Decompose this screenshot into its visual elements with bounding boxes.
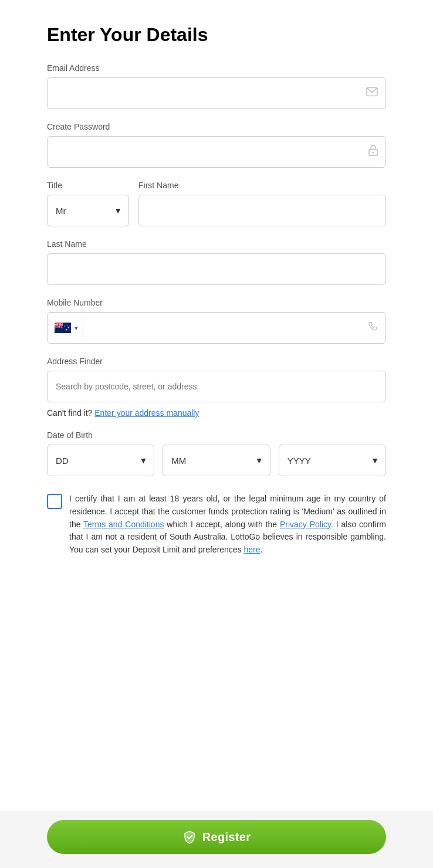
country-chevron-down-icon: ▾ xyxy=(75,324,78,332)
privacy-policy-link[interactable]: Privacy Policy xyxy=(280,520,331,529)
firstname-label: First Name xyxy=(138,181,386,190)
title-firstname-group: Title Mr Mrs Ms Miss Dr Prof ▼ First Nam… xyxy=(47,181,386,226)
address-label: Address Finder xyxy=(47,357,386,366)
phone-icon xyxy=(368,322,377,334)
dob-month-col: MM 01020304 05060708 09101112 ▼ xyxy=(163,445,270,476)
email-group: Email Address xyxy=(47,63,386,109)
register-label: Register xyxy=(202,830,251,844)
lastname-input[interactable] xyxy=(47,253,386,285)
dob-year-col: YYYY 2005200420032002 2001200019991998 1… xyxy=(279,445,386,476)
email-input-wrapper xyxy=(47,77,386,109)
password-label: Create Password xyxy=(47,122,386,131)
terms-section: I certify that I am at least 18 years ol… xyxy=(47,493,386,556)
register-button[interactable]: Register xyxy=(47,820,386,854)
svg-text:★: ★ xyxy=(66,324,68,327)
enter-address-manually-link[interactable]: Enter your address manually xyxy=(94,408,199,418)
age-certify-checkbox[interactable] xyxy=(47,494,62,509)
address-group: Address Finder Can't find it? Enter your… xyxy=(47,357,386,418)
password-group: Create Password xyxy=(47,122,386,168)
mobile-input-wrapper: ★ ★ ★ ★ ★ ★ ▾ xyxy=(47,312,386,344)
svg-text:★: ★ xyxy=(69,329,71,331)
dob-group: Date of Birth DD 0102030405 0607080910 1… xyxy=(47,430,386,476)
title-select-wrapper: Mr Mrs Ms Miss Dr Prof ▼ xyxy=(47,195,129,226)
dob-year-select[interactable]: YYYY 2005200420032002 2001200019991998 1… xyxy=(279,445,386,476)
dob-day-wrapper: DD 0102030405 0607080910 1112131415 1617… xyxy=(47,445,154,476)
svg-point-2 xyxy=(373,152,374,154)
lastname-label: Last Name xyxy=(47,239,386,249)
page-title: Enter Your Details xyxy=(47,23,386,46)
dob-label: Date of Birth xyxy=(47,430,386,440)
phone-input-outer xyxy=(83,313,385,343)
cant-find-text: Can't find it? Enter your address manual… xyxy=(47,408,386,418)
title-select[interactable]: Mr Mrs Ms Miss Dr Prof xyxy=(47,195,129,226)
firstname-input[interactable] xyxy=(138,195,386,226)
dob-row: DD 0102030405 0607080910 1112131415 1617… xyxy=(47,445,386,476)
dob-day-select[interactable]: DD 0102030405 0607080910 1112131415 1617… xyxy=(47,445,154,476)
svg-rect-12 xyxy=(55,325,63,326)
email-icon xyxy=(366,87,378,100)
australia-flag-icon: ★ ★ ★ ★ ★ ★ xyxy=(55,323,71,333)
mobile-group: Mobile Number xyxy=(47,298,386,344)
title-label: Title xyxy=(47,181,129,190)
dob-year-wrapper: YYYY 2005200420032002 2001200019991998 1… xyxy=(279,445,386,476)
country-flag-selector[interactable]: ★ ★ ★ ★ ★ ★ ▾ xyxy=(48,313,83,343)
svg-text:★: ★ xyxy=(64,325,66,327)
mobile-input[interactable] xyxy=(83,313,228,343)
here-link[interactable]: here xyxy=(244,545,261,554)
password-input-wrapper xyxy=(47,136,386,168)
lastname-input-wrapper xyxy=(47,253,386,285)
terms-text: I certify that I am at least 18 years ol… xyxy=(69,493,386,556)
address-input-wrapper xyxy=(47,371,386,402)
dob-day-col: DD 0102030405 0607080910 1112131415 1617… xyxy=(47,445,154,476)
dob-month-wrapper: MM 01020304 05060708 09101112 ▼ xyxy=(163,445,270,476)
title-col: Title Mr Mrs Ms Miss Dr Prof ▼ xyxy=(47,181,129,226)
lock-icon xyxy=(368,145,378,160)
bottom-bar: Register xyxy=(0,811,433,868)
address-input[interactable] xyxy=(47,371,386,402)
shield-check-icon xyxy=(182,830,197,844)
firstname-col: First Name xyxy=(138,181,386,226)
terms-and-conditions-link[interactable]: Terms and Conditions xyxy=(83,520,164,529)
email-input[interactable] xyxy=(47,77,386,109)
lastname-group: Last Name xyxy=(47,239,386,285)
password-input[interactable] xyxy=(47,136,386,168)
dob-month-select[interactable]: MM 01020304 05060708 09101112 xyxy=(163,445,270,476)
mobile-label: Mobile Number xyxy=(47,298,386,307)
email-label: Email Address xyxy=(47,63,386,73)
svg-text:★: ★ xyxy=(69,325,71,327)
